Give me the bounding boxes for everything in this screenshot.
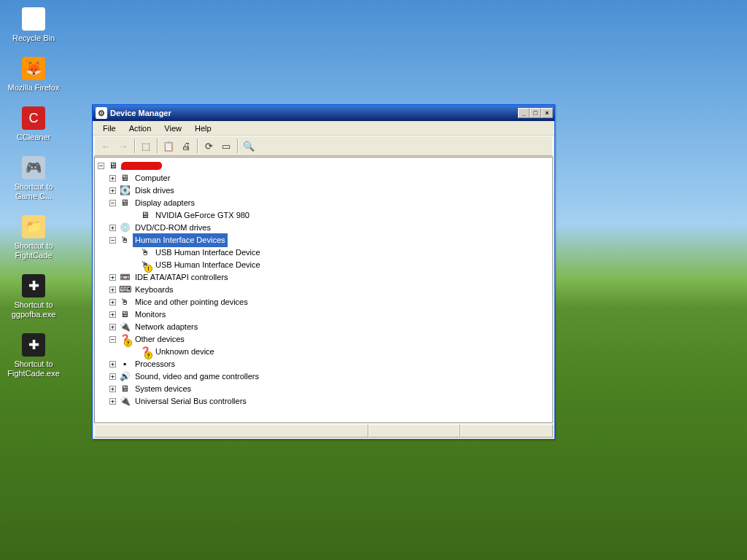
desktop-icon[interactable]: 📁 Shortcut to FightCade: [6, 215, 61, 261]
expand-icon[interactable]: +: [109, 225, 116, 231]
tree-leaf-connector: [130, 249, 136, 256]
tree-root[interactable]: − 🖥: [98, 160, 552, 172]
tree-node[interactable]: +🖱Mice and other pointing devices: [98, 296, 552, 308]
app-icon: 🦊: [22, 57, 45, 80]
node-label[interactable]: Universal Serial Bus controllers: [133, 394, 249, 408]
toolbar-refresh-icon[interactable]: ⟳: [201, 138, 217, 154]
expand-icon[interactable]: +: [109, 299, 116, 306]
toolbar-forward-icon: →: [115, 138, 131, 154]
device-icon: 🖥: [119, 384, 131, 395]
tree-leaf-connector: [130, 262, 136, 268]
app-icon: 🗑: [22, 7, 45, 31]
toolbar-properties-icon[interactable]: 📋: [160, 138, 177, 154]
computer-icon: 🖥: [107, 160, 119, 172]
window-controls: _ □ ×: [518, 108, 553, 118]
expand-icon[interactable]: +: [109, 274, 116, 281]
device-icon: 🖥: [119, 173, 131, 184]
menu-action[interactable]: Action: [123, 122, 158, 134]
icon-label: Shortcut to FightCade: [6, 241, 61, 261]
expand-icon[interactable]: +: [109, 386, 116, 392]
desktop-icon[interactable]: 🗑 Recycle Bin: [6, 7, 61, 44]
app-icon: ⚙: [96, 107, 107, 119]
desktop-icon[interactable]: 🎮 Shortcut to Game C...: [6, 156, 61, 202]
desktop-icon[interactable]: ✚ Shortcut to FightCade.exe: [6, 333, 61, 379]
expand-icon[interactable]: +: [109, 398, 116, 405]
device-icon: 🔌: [119, 396, 131, 408]
app-icon: 🎮: [22, 156, 45, 179]
icon-label: Shortcut to FightCade.exe: [6, 359, 61, 379]
device-icon: 📼: [119, 272, 131, 284]
toolbar-up-icon[interactable]: ⬚: [138, 138, 154, 154]
close-button[interactable]: ×: [541, 108, 553, 118]
app-icon: ✚: [22, 274, 45, 298]
expand-icon[interactable]: +: [109, 175, 116, 182]
expand-icon[interactable]: +: [109, 187, 116, 194]
menu-file[interactable]: File: [97, 122, 122, 134]
app-icon: C: [22, 106, 45, 130]
redacted-hostname: [121, 162, 163, 170]
status-cell: [368, 424, 461, 438]
desktop-icon[interactable]: 🦊 Mozilla Firefox: [6, 57, 61, 93]
collapse-icon[interactable]: −: [109, 200, 116, 206]
expand-icon[interactable]: +: [109, 287, 116, 293]
tree-node[interactable]: +💿DVD/CD-ROM drives: [98, 222, 552, 234]
minimize-button[interactable]: _: [518, 108, 530, 118]
tree-node[interactable]: ❓Unknown device: [98, 346, 552, 358]
tree-content[interactable]: − 🖥 +🖥Computer+💽Disk drives−🖥Display ada…: [94, 157, 553, 423]
tree-node[interactable]: +📼IDE ATA/ATAPI controllers: [98, 271, 552, 284]
device-icon: ⌨: [119, 284, 131, 296]
tree-node[interactable]: +🔊Sound, video and game controllers: [98, 370, 552, 383]
expand-icon[interactable]: +: [109, 324, 116, 330]
device-manager-window: ⚙ Device Manager _ □ × FileActionViewHel…: [92, 104, 555, 440]
collapse-icon[interactable]: −: [109, 237, 116, 244]
toolbar-showhidden-icon[interactable]: ▭: [218, 138, 234, 154]
tree-node[interactable]: −❓Other devices: [98, 333, 552, 346]
tree-node[interactable]: +🔌Universal Serial Bus controllers: [98, 395, 552, 408]
toolbar-print-icon[interactable]: 🖨: [178, 138, 194, 154]
tree-node[interactable]: 🖥NVIDIA GeForce GTX 980: [98, 209, 552, 222]
toolbar: ←→⬚📋🖨⟳▭🔍: [94, 136, 553, 156]
toolbar-separator: [157, 139, 158, 153]
device-icon: 🔊: [119, 371, 131, 383]
tree-node[interactable]: 🖱USB Human Interface Device: [98, 259, 552, 271]
toolbar-scan-icon[interactable]: 🔍: [241, 138, 257, 154]
menu-bar: FileActionViewHelp: [93, 121, 554, 136]
device-icon: ▪: [119, 359, 131, 370]
maximize-button[interactable]: □: [530, 108, 541, 118]
status-bar: [94, 424, 553, 438]
device-icon: 🖱: [119, 235, 131, 246]
tree-node[interactable]: +💽Disk drives: [98, 184, 552, 197]
tree-node[interactable]: +🖥Computer: [98, 172, 552, 184]
titlebar[interactable]: ⚙ Device Manager _ □ ×: [93, 105, 554, 121]
toolbar-separator: [237, 139, 238, 153]
device-icon: 🖱: [139, 260, 151, 271]
collapse-icon[interactable]: −: [98, 163, 104, 169]
toolbar-back-icon: ←: [98, 138, 114, 154]
collapse-icon[interactable]: −: [109, 336, 116, 343]
icon-label: CCleaner: [6, 132, 61, 143]
tree-node[interactable]: +🖥System devices: [98, 383, 552, 395]
tree-node[interactable]: 🖱USB Human Interface Device: [98, 246, 552, 259]
menu-view[interactable]: View: [158, 122, 187, 134]
tree-node[interactable]: +▪Processors: [98, 358, 552, 370]
tree-node[interactable]: −🖥Display adapters: [98, 197, 552, 209]
tree-leaf-connector: [130, 349, 136, 355]
tree-node[interactable]: +🖥Monitors: [98, 308, 552, 321]
device-icon: 💽: [119, 185, 131, 197]
device-icon: 🖥: [119, 309, 131, 321]
tree-node[interactable]: +🔌Network adapters: [98, 321, 552, 333]
tree-node[interactable]: −🖱Human Interface Devices: [98, 234, 552, 246]
icon-label: Shortcut to ggpofba.exe: [6, 300, 61, 320]
device-tree: − 🖥 +🖥Computer+💽Disk drives−🖥Display ada…: [95, 159, 552, 408]
icon-label: Shortcut to Game C...: [6, 182, 61, 202]
menu-help[interactable]: Help: [189, 122, 217, 134]
device-icon: 💿: [119, 222, 131, 234]
desktop-icon[interactable]: ✚ Shortcut to ggpofba.exe: [6, 274, 61, 320]
expand-icon[interactable]: +: [109, 373, 116, 380]
tree-leaf-connector: [130, 212, 136, 219]
device-icon: 🖥: [119, 198, 131, 209]
desktop-icon[interactable]: C CCleaner: [6, 106, 61, 143]
expand-icon[interactable]: +: [109, 361, 116, 368]
tree-node[interactable]: +⌨Keyboards: [98, 284, 552, 296]
expand-icon[interactable]: +: [109, 311, 116, 318]
